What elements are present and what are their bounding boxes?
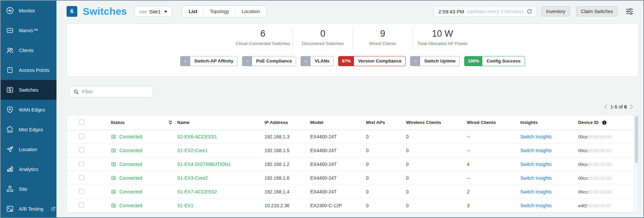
column-header-ip[interactable]: IP Address bbox=[261, 120, 307, 125]
filter-row bbox=[67, 86, 643, 97]
compliance-badge[interactable]: 100% Config Success bbox=[464, 56, 525, 66]
stat-cell: 10 W Total Allocated AP Power bbox=[412, 28, 472, 49]
claim-switches-button[interactable]: Claim Switches bbox=[576, 6, 618, 16]
site-icon bbox=[6, 185, 14, 193]
sidebar-item-marvis[interactable]: Marvis™ bbox=[1, 20, 56, 40]
switch-name-link[interactable]: S1-EX6-ACCESS1 bbox=[177, 134, 217, 139]
compliance-badge[interactable]: -- Switch Uptime bbox=[410, 56, 460, 66]
switch-status-icon bbox=[111, 175, 117, 181]
compliance-badge[interactable]: 67% Version Compliance bbox=[338, 56, 406, 66]
status-text: Connected bbox=[119, 189, 142, 194]
wireless-clients-count: 0 bbox=[403, 203, 464, 208]
status-text: Connected bbox=[119, 175, 142, 181]
switches-icon bbox=[6, 86, 14, 94]
wired-clients-count: 4 bbox=[464, 162, 517, 167]
next-page-icon[interactable] bbox=[630, 104, 633, 110]
previous-page-icon[interactable] bbox=[604, 104, 607, 110]
column-header-mist-aps[interactable]: Mist APs bbox=[363, 120, 403, 125]
row-checkbox[interactable] bbox=[79, 147, 84, 152]
table-scrollbar-thumb[interactable] bbox=[635, 116, 638, 163]
stat-value: 0 bbox=[295, 29, 351, 39]
compliance-badge[interactable]: -- Switch-AP Affinity bbox=[180, 56, 238, 66]
column-header-insights[interactable]: Insights bbox=[517, 120, 575, 125]
sidebar-item-wan-edges[interactable]: WAN Edges bbox=[1, 100, 56, 120]
table-scrollbar[interactable] bbox=[634, 115, 638, 213]
clients-icon bbox=[6, 46, 14, 54]
sidebar-item-clients[interactable]: Clients bbox=[1, 40, 56, 60]
switch-name-link[interactable]: S1-EX7-ACCESS2 bbox=[177, 189, 217, 194]
update-interval-note: (updates every 3 minutes) bbox=[467, 9, 523, 14]
sidebar-item-switches[interactable]: Switches bbox=[1, 80, 56, 100]
mist-aps-count: 0 bbox=[363, 189, 403, 194]
sidebar-item-ab-testing[interactable]: A/B Testing bbox=[1, 199, 56, 218]
switch-status-icon bbox=[111, 189, 117, 195]
tab-[interactable]: List bbox=[183, 6, 203, 17]
site-selector-label: site bbox=[139, 9, 147, 14]
switch-name-link[interactable]: S1-EX1 bbox=[177, 203, 193, 208]
badge-label: PoE Compliance bbox=[252, 56, 296, 66]
status-text: Connected bbox=[119, 203, 142, 208]
device-id-prefix: 00cc bbox=[578, 162, 588, 167]
status-cell: Connected bbox=[107, 175, 174, 181]
row-checkbox[interactable] bbox=[79, 189, 84, 194]
wired-clients-count: -- bbox=[464, 148, 517, 153]
switch-insights-link[interactable]: Switch Insights bbox=[520, 148, 552, 153]
compliance-badge[interactable]: -- PoE Compliance bbox=[242, 56, 296, 66]
stat-cell: 6 Cloud Connected Switches bbox=[233, 28, 293, 49]
info-icon[interactable] bbox=[602, 120, 607, 125]
column-header-wired-clients[interactable]: Wired Clients bbox=[464, 120, 517, 125]
column-header-status[interactable]: Status bbox=[107, 120, 174, 125]
select-all-checkbox[interactable] bbox=[79, 120, 84, 125]
switch-name-link[interactable]: S1-EX4-DISTRIBUTION1 bbox=[177, 162, 231, 167]
wired-clients-count: -- bbox=[464, 134, 517, 139]
model: EX2300-C-12P bbox=[307, 203, 363, 208]
row-checkbox[interactable] bbox=[79, 175, 84, 180]
filter-input[interactable] bbox=[82, 89, 149, 94]
ip-address: 192.168.1.2 bbox=[261, 162, 307, 167]
external-link-icon bbox=[51, 206, 56, 211]
mist-aps-count: 0 bbox=[363, 134, 403, 139]
site-selector[interactable]: site Site1 bbox=[134, 6, 172, 17]
sidebar: Monitor Marvis™ Clients Access Points bbox=[1, 1, 56, 217]
column-header-name[interactable]: Name bbox=[174, 120, 261, 125]
column-header-device-id[interactable]: Device ID bbox=[575, 120, 638, 125]
column-header-wireless-clients[interactable]: Wireless Clients bbox=[403, 120, 464, 125]
column-header-model[interactable]: Model bbox=[307, 120, 363, 125]
model: EX4400-24T bbox=[307, 175, 363, 181]
device-id: 00cc xx:xx:xx:xx bbox=[575, 134, 638, 139]
sidebar-item-monitor[interactable]: Monitor bbox=[1, 1, 56, 20]
sidebar-item-mist-edges[interactable]: Mist Edges bbox=[1, 120, 56, 139]
ip-address: 192.168.1.5 bbox=[261, 148, 307, 153]
inventory-button[interactable]: Inventory bbox=[541, 6, 570, 16]
refresh-icon[interactable] bbox=[527, 9, 532, 14]
table-row: Connected S1-EX4-DISTRIBUTION1 192.168.1… bbox=[67, 158, 638, 171]
sidebar-item-location[interactable]: Location bbox=[1, 139, 56, 159]
stat-label: Wired Clients bbox=[355, 41, 410, 47]
sidebar-item-analytics[interactable]: Analytics bbox=[1, 159, 56, 179]
switch-insights-link[interactable]: Switch Insights bbox=[520, 175, 552, 181]
switch-insights-link[interactable]: Switch Insights bbox=[520, 189, 552, 194]
switch-name-link[interactable]: S1-EX2-Core1 bbox=[177, 148, 208, 153]
caret-down-icon bbox=[164, 11, 167, 14]
sidebar-item-site[interactable]: Site bbox=[1, 179, 56, 199]
switch-name-link[interactable]: S1-EX3-Core2 bbox=[177, 175, 208, 181]
filter-box bbox=[69, 86, 153, 97]
compliance-badge[interactable]: -- VLANs bbox=[300, 56, 334, 66]
switch-insights-link[interactable]: Switch Insights bbox=[520, 203, 552, 208]
tab-[interactable]: Topology bbox=[203, 6, 235, 17]
switch-insights-link[interactable]: Switch Insights bbox=[520, 162, 552, 167]
sidebar-item-access-points[interactable]: Access Points bbox=[1, 60, 56, 80]
table-row: Connected S1-EX1 10.210.2.36 EX2300-C-12… bbox=[67, 199, 638, 213]
switch-insights-link[interactable]: Switch Insights bbox=[520, 134, 552, 139]
table-row: Connected S1-EX3-Core2 192.168.1.6 EX440… bbox=[67, 171, 638, 185]
switches-table: Status Name IP Address Model Mist APs Wi… bbox=[67, 115, 639, 213]
row-checkbox[interactable] bbox=[79, 134, 84, 139]
row-checkbox[interactable] bbox=[79, 161, 84, 166]
sort-icon[interactable] bbox=[168, 120, 172, 125]
row-checkbox[interactable] bbox=[79, 203, 84, 208]
table-settings-sliders-icon[interactable] bbox=[625, 8, 634, 15]
site-selector-value: Site1 bbox=[149, 9, 161, 14]
badge-label: Config Success bbox=[482, 56, 524, 66]
tab-[interactable]: Location bbox=[235, 6, 266, 17]
sidebar-item-label: Clients bbox=[19, 48, 34, 53]
